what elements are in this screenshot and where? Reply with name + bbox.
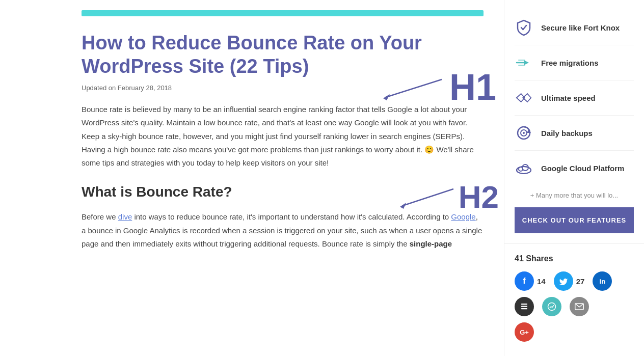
article-body: Bounce rate is believed by many to be an…: [82, 103, 484, 170]
feature-label-migrations: Free migrations: [541, 59, 599, 67]
feature-item-backups: Daily backups: [515, 116, 634, 151]
feature-label-gcp: Google Cloud Platform: [541, 164, 624, 173]
email-icon[interactable]: [570, 297, 589, 316]
sidebar-features: Secure like Fort Knox Free migrations: [504, 0, 644, 244]
social-row-1: f 14 27 in: [515, 271, 634, 291]
svg-rect-16: [521, 306, 527, 307]
twitter-share[interactable]: 27: [554, 271, 585, 291]
h1-arrow: [381, 72, 449, 102]
svg-line-0: [386, 79, 442, 97]
body-text-2: Before we dive into ways to reduce bounc…: [82, 210, 484, 251]
twitter-icon[interactable]: [554, 271, 573, 291]
main-content: How to Reduce Bounce Rate on Your WordPr…: [0, 0, 504, 356]
feature-item-speed: Ultimate speed: [515, 80, 634, 116]
feature-label-backups: Daily backups: [541, 129, 593, 138]
shield-icon: [515, 18, 533, 37]
facebook-count: 14: [537, 277, 546, 286]
sidebar: Secure like Fort Knox Free migrations: [504, 0, 644, 356]
h2-section: What is Bounce Rate? H2: [82, 184, 484, 200]
migrations-icon: [515, 53, 533, 72]
feature-label-secure: Secure like Fort Knox: [541, 23, 620, 32]
cloud-icon: [515, 159, 533, 177]
dive-link[interactable]: dive: [118, 212, 132, 221]
facebook-icon[interactable]: f: [515, 271, 534, 291]
svg-rect-15: [521, 304, 527, 305]
svg-point-9: [523, 132, 525, 134]
svg-marker-1: [383, 94, 390, 100]
facebook-share[interactable]: f 14: [515, 271, 546, 291]
svg-marker-10: [527, 129, 531, 133]
buffer-icon[interactable]: [515, 297, 534, 316]
svg-marker-3: [400, 203, 406, 209]
feature-item-secure: Secure like Fort Knox: [515, 10, 634, 45]
more-features-text: + Many more that you will lo...: [515, 185, 634, 207]
twitter-count: 27: [576, 277, 585, 286]
speed-icon: [515, 89, 533, 107]
messenger-icon[interactable]: [542, 297, 561, 316]
h1-annotation: H1: [381, 66, 496, 108]
single-page-bold: single-page: [410, 239, 452, 248]
cta-button[interactable]: CHECK OUT OUR FEATURES: [515, 207, 634, 233]
shares-title: 41 Shares: [515, 254, 634, 263]
feature-item-gcp: Google Cloud Platform: [515, 151, 634, 185]
top-image-bar: [82, 10, 484, 16]
feature-label-speed: Ultimate speed: [541, 94, 596, 102]
linkedin-icon[interactable]: in: [593, 271, 612, 291]
feature-item-migrations: Free migrations: [515, 45, 634, 80]
h1-label: H1: [449, 66, 496, 108]
social-row-2: [515, 297, 634, 316]
h2-annotation: H2: [397, 179, 499, 215]
h2-label: H2: [459, 179, 499, 215]
backups-icon: [515, 124, 533, 142]
svg-point-18: [548, 303, 556, 311]
svg-line-2: [403, 189, 453, 206]
gplus-icon[interactable]: G+: [515, 322, 534, 342]
svg-rect-17: [521, 308, 527, 309]
svg-marker-4: [524, 60, 529, 65]
h2-arrow: [397, 183, 459, 211]
social-section: 41 Shares f 14 27 in: [504, 244, 644, 356]
social-row-3: G+: [515, 322, 634, 342]
